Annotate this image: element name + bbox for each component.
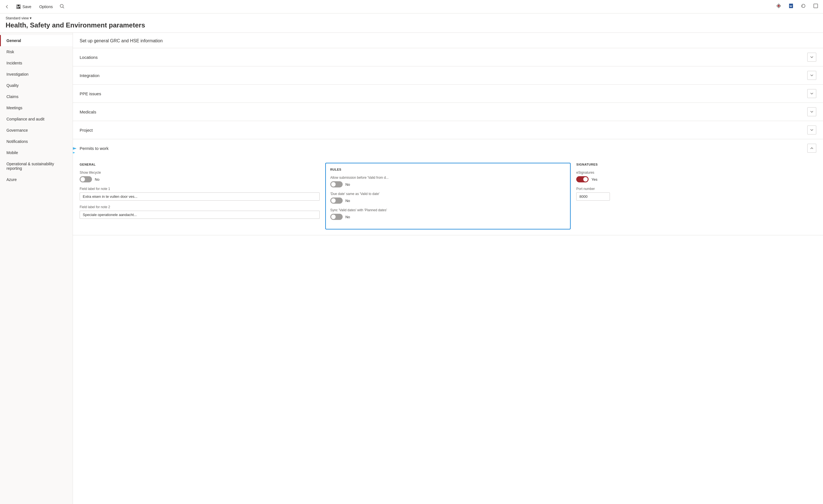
svg-rect-6 xyxy=(778,5,780,7)
sidebar-item-claims[interactable]: Claims xyxy=(0,91,72,102)
show-lifecycle-thumb xyxy=(80,177,85,182)
field-note1-group: Field label for note 1 xyxy=(79,187,320,201)
expand-ppe-button[interactable] xyxy=(807,89,816,98)
esignatures-toggle-row: Yes xyxy=(576,176,816,182)
svg-point-4 xyxy=(60,4,63,7)
allow-submission-value-label: No xyxy=(345,182,350,187)
esignatures-track xyxy=(576,176,589,182)
section-medicals: Medicals xyxy=(73,103,823,121)
due-date-value-label: No xyxy=(345,199,350,203)
sidebar: General Risk Incidents Investigation Qua… xyxy=(0,33,73,504)
due-date-track xyxy=(330,198,343,204)
section-integration: Integration xyxy=(73,66,823,84)
allow-submission-label: Allow submission before 'Valid from d... xyxy=(330,176,566,180)
port-number-input[interactable] xyxy=(576,193,610,201)
expand-integration-button[interactable] xyxy=(807,71,816,80)
permits-content: GENERAL Show lifecycle No xyxy=(73,157,823,235)
main-layout: General Risk Incidents Investigation Qua… xyxy=(0,33,823,504)
allow-submission-toggle[interactable] xyxy=(330,181,343,188)
sidebar-item-risk[interactable]: Risk xyxy=(0,46,72,57)
word-icon-btn[interactable]: W xyxy=(787,2,795,11)
toolbar-right-icons: W xyxy=(775,2,820,11)
field-note2-label: Field label for note 2 xyxy=(79,205,320,209)
permits-grid: GENERAL Show lifecycle No xyxy=(79,163,816,229)
page-title: Health, Safety and Environment parameter… xyxy=(6,21,817,29)
save-button[interactable]: Save xyxy=(14,3,34,10)
allow-submission-toggle-row: No xyxy=(330,181,566,188)
toolbar: Save Options W xyxy=(0,0,823,13)
expand-medicals-button[interactable] xyxy=(807,107,816,116)
section-project: Project xyxy=(73,121,823,139)
accordion-header-ppe[interactable]: PPE issues xyxy=(73,84,823,102)
sidebar-item-compliance[interactable]: Compliance and audit xyxy=(0,113,72,125)
sidebar-item-meetings[interactable]: Meetings xyxy=(0,102,72,113)
sidebar-item-notifications[interactable]: Notifications xyxy=(0,136,72,147)
accordion-header-permits[interactable]: Permits to work xyxy=(73,139,823,157)
field-note2-group: Field label for note 2 xyxy=(79,205,320,219)
sidebar-item-quality[interactable]: Quality xyxy=(0,80,72,91)
sync-dates-toggle-row: No xyxy=(330,214,566,220)
sidebar-item-general[interactable]: General xyxy=(0,35,72,46)
section-locations: Locations xyxy=(73,48,823,66)
due-date-label: 'Due date' same as 'Valid to date' xyxy=(330,192,566,196)
accordion-header-integration[interactable]: Integration xyxy=(73,66,823,84)
expand-project-button[interactable] xyxy=(807,125,816,135)
permits-rules-column: RULES Allow submission before 'Valid fro… xyxy=(325,163,571,229)
field-note2-input[interactable] xyxy=(79,211,320,219)
content-area: Set up general GRC and HSE information L… xyxy=(73,33,823,504)
general-col-header: GENERAL xyxy=(79,163,320,166)
show-lifecycle-toggle[interactable] xyxy=(79,176,92,182)
allow-submission-track xyxy=(330,181,343,188)
field-note1-input[interactable] xyxy=(79,193,320,201)
show-lifecycle-toggle-row: No xyxy=(79,176,320,182)
diamond-icon-btn[interactable] xyxy=(775,2,783,11)
show-lifecycle-field: Show lifecycle No xyxy=(79,171,320,182)
refresh-icon-btn[interactable] xyxy=(799,2,807,11)
sidebar-item-azure[interactable]: Azure xyxy=(0,174,72,185)
sync-dates-track xyxy=(330,214,343,220)
rules-col-header: RULES xyxy=(330,168,566,171)
due-date-field: 'Due date' same as 'Valid to date' No xyxy=(330,192,566,204)
view-selector[interactable]: Standard view ▾ xyxy=(6,16,32,20)
section-permits: Permits to work GENERAL Show lifecycle xyxy=(73,139,823,235)
due-date-toggle-row: No xyxy=(330,198,566,204)
sync-dates-value-label: No xyxy=(345,215,350,219)
page-header: Standard view ▾ Health, Safety and Envir… xyxy=(0,13,823,33)
expand-locations-button[interactable] xyxy=(807,53,816,62)
allow-submission-field: Allow submission before 'Valid from d...… xyxy=(330,176,566,188)
window-icon-btn[interactable] xyxy=(812,2,820,11)
port-number-label: Port number xyxy=(576,187,816,191)
esignatures-value-label: Yes xyxy=(592,177,597,182)
sync-dates-field: Sync 'Valid dates' with 'Planned dates' … xyxy=(330,208,566,220)
sidebar-item-mobile[interactable]: Mobile xyxy=(0,147,72,158)
sync-dates-toggle[interactable] xyxy=(330,214,343,220)
svg-rect-1 xyxy=(17,5,20,6)
sidebar-item-governance[interactable]: Governance xyxy=(0,125,72,136)
accordion-header-project[interactable]: Project xyxy=(73,121,823,139)
svg-text:W: W xyxy=(790,5,792,8)
section-ppe: PPE issues xyxy=(73,84,823,103)
esignatures-label: eSignatures xyxy=(576,171,816,175)
esignatures-thumb xyxy=(583,177,588,182)
accordion-header-medicals[interactable]: Medicals xyxy=(73,103,823,121)
accordion-header-locations[interactable]: Locations xyxy=(73,48,823,66)
sync-dates-label: Sync 'Valid dates' with 'Planned dates' xyxy=(330,208,566,212)
search-button[interactable] xyxy=(58,3,65,11)
show-lifecycle-value-label: No xyxy=(95,177,100,182)
content-header: Set up general GRC and HSE information xyxy=(73,33,823,48)
permits-signatures-column: SIGNATURES eSignatures Yes xyxy=(570,163,816,229)
back-button[interactable] xyxy=(3,3,11,10)
show-lifecycle-track xyxy=(79,176,92,182)
expand-permits-button[interactable] xyxy=(807,144,816,153)
permits-general-column: GENERAL Show lifecycle No xyxy=(79,163,325,229)
sidebar-item-investigation[interactable]: Investigation xyxy=(0,69,72,80)
show-lifecycle-label: Show lifecycle xyxy=(79,171,320,175)
sidebar-item-incidents[interactable]: Incidents xyxy=(0,57,72,69)
sync-dates-thumb xyxy=(331,215,336,219)
due-date-toggle[interactable] xyxy=(330,198,343,204)
svg-rect-9 xyxy=(814,4,818,8)
sidebar-item-operational[interactable]: Operational & sustainability reporting xyxy=(0,158,72,174)
options-button[interactable]: Options xyxy=(37,3,55,10)
due-date-thumb xyxy=(331,198,336,203)
esignatures-toggle[interactable] xyxy=(576,176,589,182)
